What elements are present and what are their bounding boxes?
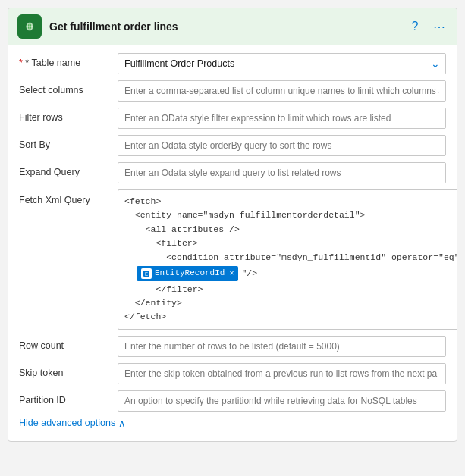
xml-line-7: </entity> xyxy=(124,296,457,310)
select-columns-row: Select columns xyxy=(19,80,446,102)
chevron-up-icon: ∧ xyxy=(118,418,126,429)
table-name-select[interactable]: Fulfillment Order Products xyxy=(118,53,446,74)
skip-token-wrap xyxy=(118,363,446,384)
xml-line-1: <fetch> xyxy=(124,195,457,208)
partition-id-label: Partition ID xyxy=(19,390,118,408)
row-count-label: Row count xyxy=(19,336,118,353)
hide-advanced-label: Hide advanced options xyxy=(19,418,115,428)
xml-line-2: <entity name="msdyn_fulfillmentorderdeta… xyxy=(124,208,457,222)
xml-line-6: </filter> xyxy=(124,283,457,296)
xml-line-5: <condition attribute="msdyn_fulfillmenti… xyxy=(124,251,457,265)
header: Get fulfillment order lines ? ⋯ xyxy=(8,8,457,45)
partition-id-row: Partition ID xyxy=(19,390,446,412)
table-name-label: * Table name xyxy=(19,53,118,70)
skip-token-row: Skip token xyxy=(19,363,446,384)
token-label: EntityRecordId xyxy=(155,267,225,280)
sort-by-label: Sort By xyxy=(19,135,118,152)
more-button[interactable]: ⋯ xyxy=(431,18,448,35)
row-count-wrap xyxy=(118,336,446,357)
expand-query-input[interactable] xyxy=(118,162,446,183)
xml-line-4: <filter> xyxy=(124,236,457,250)
token-row: E EntityRecordId ✕ "/> xyxy=(124,266,457,281)
row-count-row: Row count xyxy=(19,336,446,357)
expand-query-label: Expand Query xyxy=(19,162,118,180)
select-columns-wrap xyxy=(118,80,446,102)
hide-advanced-button[interactable]: Hide advanced options ∧ xyxy=(19,418,126,434)
entity-record-id-token[interactable]: E EntityRecordId ✕ xyxy=(137,266,238,281)
table-name-select-wrap: Fulfillment Order Products ⌄ xyxy=(118,53,446,74)
partition-id-input[interactable] xyxy=(118,390,446,412)
filter-rows-row: Filter rows xyxy=(19,108,446,129)
sort-by-input[interactable] xyxy=(118,135,446,156)
sort-by-row: Sort By xyxy=(19,135,446,156)
filter-rows-label: Filter rows xyxy=(19,108,118,125)
svg-text:E: E xyxy=(145,271,148,277)
table-name-row: * Table name Fulfillment Order Products … xyxy=(19,53,446,74)
fetch-xml-label: Fetch Xml Query xyxy=(19,189,118,208)
card: Get fulfillment order lines ? ⋯ * Table … xyxy=(8,8,457,442)
skip-token-label: Skip token xyxy=(19,363,118,380)
row-count-input[interactable] xyxy=(118,336,446,357)
token-icon: E xyxy=(141,268,152,279)
expand-query-row: Expand Query xyxy=(19,162,446,183)
fetch-xml-editor[interactable]: <fetch> <entity name="msdyn_fulfillmento… xyxy=(118,189,457,330)
xml-line-8: </fetch> xyxy=(124,310,457,324)
sort-by-wrap xyxy=(118,135,446,156)
select-columns-label: Select columns xyxy=(19,80,118,98)
app-icon xyxy=(17,14,42,39)
partition-id-wrap xyxy=(118,390,446,412)
header-actions: ? ⋯ xyxy=(407,18,448,35)
filter-rows-input[interactable] xyxy=(118,108,446,129)
xml-line-3: <all-attributes /> xyxy=(124,223,457,236)
header-title: Get fulfillment order lines xyxy=(49,20,399,33)
token-close-icon[interactable]: ✕ xyxy=(229,268,234,280)
form-body: * Table name Fulfillment Order Products … xyxy=(8,45,457,441)
expand-query-wrap xyxy=(118,162,446,183)
help-button[interactable]: ? xyxy=(407,18,423,35)
filter-rows-wrap xyxy=(118,108,446,129)
skip-token-input[interactable] xyxy=(118,363,446,384)
fetch-xml-row: Fetch Xml Query <fetch> <entity name="ms… xyxy=(19,189,446,330)
token-after-text: "/> xyxy=(241,267,257,280)
select-columns-input[interactable] xyxy=(118,80,446,102)
